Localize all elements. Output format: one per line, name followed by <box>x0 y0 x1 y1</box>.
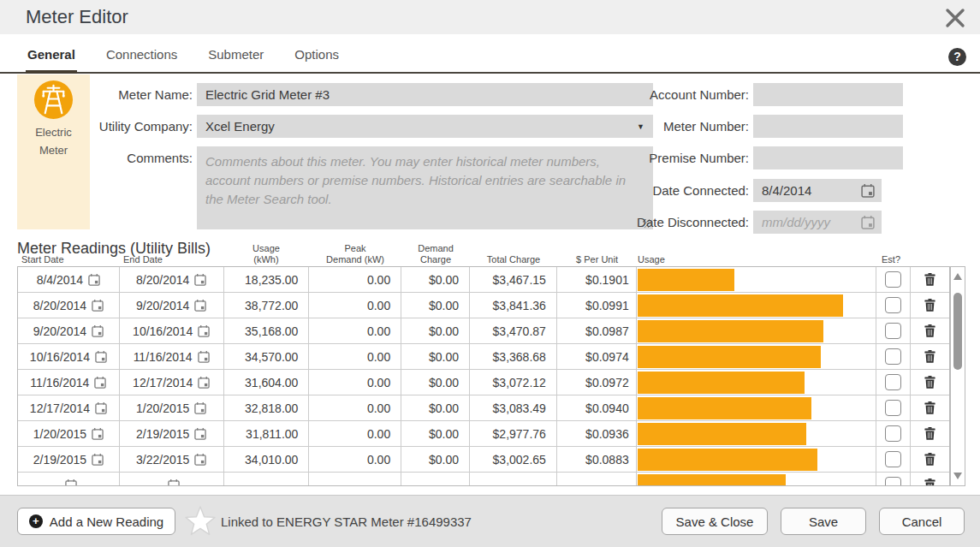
tab-connections[interactable]: Connections <box>104 47 179 74</box>
end-date-cell[interactable] <box>120 473 224 486</box>
start-date-cell[interactable]: 1/20/2015 <box>18 421 120 446</box>
per-unit-cell[interactable]: $0.0974 <box>557 344 637 369</box>
trash-icon[interactable] <box>924 350 935 363</box>
peak-demand-cell[interactable]: 0.00 <box>309 293 401 318</box>
estimated-checkbox[interactable] <box>885 297 901 313</box>
calendar-icon[interactable] <box>92 299 104 312</box>
estimated-checkbox[interactable] <box>885 271 901 288</box>
peak-demand-cell[interactable]: 0.00 <box>309 447 401 472</box>
estimated-checkbox[interactable] <box>885 425 901 442</box>
help-icon[interactable]: ? <box>948 48 966 66</box>
date-connected-input[interactable] <box>760 182 861 199</box>
date-disconnected-input[interactable] <box>760 214 861 230</box>
peak-demand-cell[interactable]: 0.00 <box>309 344 401 369</box>
meter-name-input[interactable] <box>197 83 653 106</box>
save-and-close-button[interactable]: Save & Close <box>662 508 768 535</box>
total-charge-cell[interactable]: $3,002.65 <box>470 447 557 472</box>
tab-general[interactable]: General <box>26 47 77 74</box>
per-unit-cell[interactable]: $0.1901 <box>557 267 637 292</box>
total-charge-cell[interactable]: $3,841.36 <box>470 293 557 318</box>
trash-icon[interactable] <box>924 273 935 286</box>
calendar-icon[interactable] <box>194 273 206 286</box>
estimated-checkbox[interactable] <box>885 477 901 486</box>
trash-icon[interactable] <box>924 401 935 414</box>
cancel-button[interactable]: Cancel <box>879 508 965 535</box>
calendar-icon[interactable] <box>95 350 107 363</box>
scrollbar-thumb[interactable] <box>953 293 962 370</box>
estimated-checkbox[interactable] <box>885 400 901 416</box>
per-unit-cell[interactable]: $0.0987 <box>557 318 637 343</box>
estimated-checkbox[interactable] <box>885 451 901 467</box>
calendar-icon[interactable] <box>861 183 875 198</box>
calendar-icon[interactable] <box>94 376 106 389</box>
end-date-cell[interactable]: 2/19/2015 <box>120 421 224 446</box>
end-date-cell[interactable]: 3/22/2015 <box>120 447 224 472</box>
tab-submeter[interactable]: Submeter <box>206 47 265 74</box>
usage-cell[interactable] <box>224 473 310 486</box>
demand-charge-cell[interactable]: $0.00 <box>401 421 470 446</box>
start-date-cell[interactable]: 10/16/2014 <box>18 344 120 369</box>
start-date-cell[interactable]: 12/17/2014 <box>18 395 120 420</box>
demand-charge-cell[interactable]: $0.00 <box>401 447 470 472</box>
demand-charge-cell[interactable]: $0.00 <box>401 344 470 369</box>
total-charge-cell[interactable] <box>470 473 557 486</box>
calendar-icon[interactable] <box>168 479 180 486</box>
demand-charge-cell[interactable]: $0.00 <box>401 395 470 420</box>
calendar-icon[interactable] <box>92 324 104 337</box>
trash-icon[interactable] <box>924 453 935 466</box>
peak-demand-cell[interactable]: 0.00 <box>309 318 401 343</box>
start-date-cell[interactable]: 9/20/2014 <box>18 318 120 343</box>
end-date-cell[interactable]: 11/16/2014 <box>120 344 224 369</box>
total-charge-cell[interactable]: $3,368.68 <box>470 344 557 369</box>
demand-charge-cell[interactable]: $0.00 <box>401 318 470 343</box>
start-date-cell[interactable]: 8/20/2014 <box>18 293 120 318</box>
peak-demand-cell[interactable]: 0.00 <box>309 421 401 446</box>
start-date-cell[interactable] <box>18 473 120 486</box>
save-button[interactable]: Save <box>781 508 866 535</box>
peak-demand-cell[interactable]: 0.00 <box>309 267 401 292</box>
end-date-cell[interactable]: 12/17/2014 <box>120 370 224 395</box>
peak-demand-cell[interactable]: 0.00 <box>309 395 401 420</box>
tab-options[interactable]: Options <box>293 47 341 74</box>
trash-icon[interactable] <box>924 376 935 389</box>
demand-charge-cell[interactable]: $0.00 <box>401 267 470 292</box>
table-scrollbar[interactable] <box>950 266 965 486</box>
demand-charge-cell[interactable]: $0.00 <box>401 293 470 318</box>
calendar-icon[interactable] <box>95 401 107 414</box>
calendar-icon[interactable] <box>861 215 875 229</box>
total-charge-cell[interactable]: $3,470.87 <box>470 318 557 343</box>
usage-cell[interactable]: 34,010.00 <box>224 447 310 472</box>
calendar-icon[interactable] <box>194 401 206 414</box>
scroll-up-icon[interactable] <box>953 273 962 280</box>
calendar-icon[interactable] <box>198 376 210 389</box>
total-charge-cell[interactable]: $3,083.49 <box>470 395 557 420</box>
per-unit-cell[interactable]: $0.0940 <box>557 395 637 420</box>
estimated-checkbox[interactable] <box>885 323 901 339</box>
add-reading-button[interactable]: + Add a New Reading <box>17 508 175 535</box>
trash-icon[interactable] <box>924 479 935 486</box>
close-icon[interactable] <box>942 5 968 31</box>
end-date-cell[interactable]: 9/20/2014 <box>120 293 224 318</box>
demand-charge-cell[interactable] <box>401 473 470 486</box>
total-charge-cell[interactable]: $3,072.12 <box>470 370 557 395</box>
comments-textarea[interactable] <box>197 146 653 229</box>
per-unit-cell[interactable]: $0.0991 <box>557 293 637 318</box>
total-charge-cell[interactable]: $2,977.76 <box>470 421 557 446</box>
calendar-icon[interactable] <box>194 299 206 312</box>
demand-charge-cell[interactable]: $0.00 <box>401 370 470 395</box>
per-unit-cell[interactable] <box>557 473 637 486</box>
calendar-icon[interactable] <box>65 479 77 486</box>
trash-icon[interactable] <box>924 324 935 337</box>
per-unit-cell[interactable]: $0.0936 <box>557 421 637 446</box>
calendar-icon[interactable] <box>198 324 210 337</box>
start-date-cell[interactable]: 2/19/2015 <box>18 447 120 472</box>
trash-icon[interactable] <box>924 427 935 440</box>
per-unit-cell[interactable]: $0.0972 <box>557 370 637 395</box>
utility-company-select[interactable]: Xcel Energy ▼ <box>197 115 653 138</box>
start-date-cell[interactable]: 11/16/2014 <box>18 370 120 395</box>
end-date-cell[interactable]: 8/20/2014 <box>120 267 224 292</box>
total-charge-cell[interactable]: $3,467.15 <box>470 267 557 292</box>
usage-cell[interactable]: 31,604.00 <box>224 370 310 395</box>
calendar-icon[interactable] <box>198 350 210 363</box>
estimated-checkbox[interactable] <box>885 374 901 390</box>
